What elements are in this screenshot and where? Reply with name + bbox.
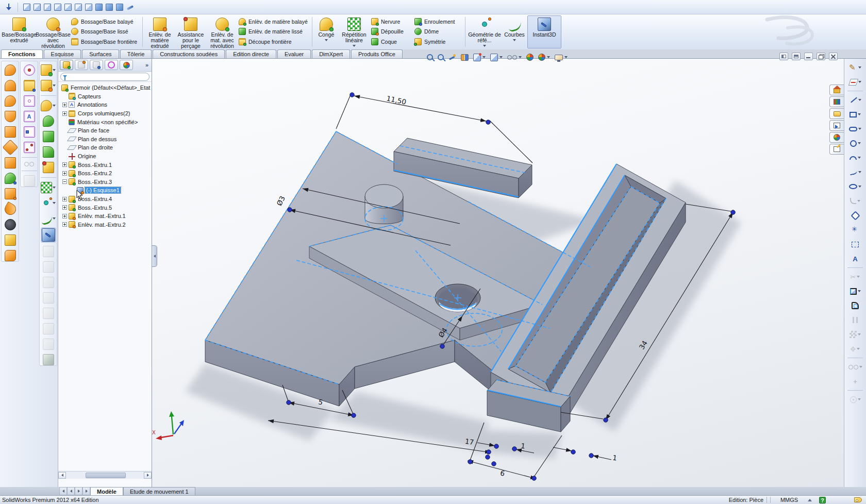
point-tool[interactable] — [852, 224, 859, 236]
hide-show-items-icon[interactable] — [507, 55, 517, 60]
chevron-down-icon[interactable] — [513, 39, 516, 41]
chevron-down-icon[interactable] — [858, 290, 861, 292]
combine-icon[interactable] — [43, 323, 54, 334]
tab-constructions-soudees[interactable]: Constructions soudées — [153, 49, 225, 58]
expand-icon[interactable] — [62, 162, 67, 167]
chevron-down-icon[interactable] — [858, 142, 861, 144]
expand-icon[interactable] — [62, 222, 67, 227]
draft-icon[interactable] — [43, 146, 54, 158]
edit-appearance-icon[interactable] — [526, 54, 534, 61]
balloon-icon[interactable] — [24, 95, 35, 107]
tree-item-plan-de-droite[interactable]: Plan de droite — [59, 143, 152, 152]
filter-input[interactable] — [69, 74, 149, 79]
cube-solid-icon-3[interactable] — [116, 4, 123, 11]
chevron-down-icon[interactable] — [53, 217, 56, 220]
cube-wireframe-icon-4[interactable] — [54, 4, 61, 11]
expand-icon[interactable] — [62, 171, 67, 176]
units-dropdown-icon[interactable] — [808, 499, 812, 501]
reference-geometry-button[interactable]: Géométrie de réfé... — [468, 15, 502, 48]
trim-entities-tool[interactable] — [851, 271, 860, 282]
chevron-down-icon[interactable] — [858, 81, 861, 83]
chevron-down-icon[interactable] — [858, 113, 861, 115]
chevron-down-icon[interactable] — [483, 45, 486, 47]
panel-collapse-handle[interactable] — [152, 245, 157, 267]
datum-target-icon[interactable] — [24, 142, 35, 153]
wrap-icon[interactable] — [43, 277, 54, 288]
chevron-down-icon[interactable] — [53, 69, 56, 71]
help-icon[interactable]: ? — [819, 497, 826, 503]
annotation-view-icon[interactable] — [24, 175, 35, 187]
chevron-down-icon[interactable] — [353, 45, 356, 47]
zoom-to-selection-icon[interactable] — [448, 54, 456, 61]
hide-annotations-icon[interactable] — [24, 162, 34, 166]
lofted-cut-button[interactable]: Enlèv. de matière lissé — [239, 27, 307, 36]
tab-produits-office[interactable]: Produits Office — [351, 49, 403, 58]
quick-snaps-tool[interactable] — [850, 394, 861, 405]
boundary-boss-button[interactable]: Bossage/Base frontière — [71, 37, 137, 46]
spline-tool[interactable] — [850, 166, 861, 178]
insert-arrow-icon[interactable] — [5, 3, 12, 11]
hole-wizard-icon[interactable] — [43, 162, 54, 173]
part-3d-view[interactable]: 11,50 Ø3 Ø4 5 17 1 1 6 34 — [152, 59, 844, 487]
datum-feature-icon[interactable]: A — [24, 111, 35, 122]
chevron-down-icon[interactable] — [53, 105, 56, 107]
planar-surface-icon[interactable] — [5, 157, 16, 169]
sketch-tool[interactable] — [849, 62, 861, 73]
fillet-button[interactable]: Congé — [314, 15, 338, 48]
instant3d-icon[interactable] — [42, 228, 55, 242]
appearance-icon[interactable] — [43, 354, 54, 365]
tree-item-root[interactable]: Fermoir (Défaut<<Défaut>_Etat — [59, 83, 152, 92]
file-explorer-tab[interactable] — [829, 120, 844, 131]
chevron-down-icon[interactable] — [858, 333, 861, 335]
sketch-fillet-tool[interactable] — [850, 195, 860, 207]
boundary-surface-icon[interactable] — [5, 111, 16, 122]
displaymanager-tab[interactable] — [120, 60, 133, 70]
cube-solid-icon-2[interactable] — [106, 4, 113, 11]
previous-tab-button[interactable] — [67, 487, 75, 495]
close-icon[interactable] — [829, 53, 838, 60]
first-tab-button[interactable] — [59, 487, 67, 495]
tree-item-boss-extru-3[interactable]: Boss.-Extru.3 — [59, 178, 152, 187]
graphics-viewport[interactable]: 11,50 Ø3 Ø4 5 17 1 1 6 34 — [152, 59, 844, 487]
lofted-surface-icon[interactable] — [5, 95, 16, 107]
zoom-area-icon[interactable] — [438, 54, 444, 60]
cube-wireframe-icon-5[interactable] — [64, 4, 72, 11]
next-tab-button[interactable] — [75, 487, 82, 495]
split-vertical-button[interactable] — [792, 53, 801, 60]
cube-wireframe-icon-3[interactable] — [44, 4, 51, 11]
tab-surfaces[interactable]: Surfaces — [82, 49, 119, 58]
propertymanager-tab[interactable] — [75, 60, 88, 70]
ruled-surface-icon[interactable] — [5, 250, 16, 261]
tree-item-boss-extru-5[interactable]: Boss.-Extru.5 — [59, 203, 152, 212]
dimension-block-width[interactable]: 6 — [499, 468, 505, 477]
chevron-down-icon[interactable] — [519, 56, 522, 58]
configurationmanager-tab[interactable] — [90, 60, 103, 70]
extruded-boss-tool[interactable] — [41, 64, 56, 76]
chevron-down-icon[interactable] — [482, 56, 486, 58]
arc-tool[interactable] — [850, 152, 861, 163]
chevron-down-icon[interactable] — [857, 276, 860, 278]
draft-button[interactable]: Dépouille — [371, 27, 410, 36]
geometric-tolerance-icon[interactable] — [24, 126, 35, 138]
scroll-left-button[interactable] — [58, 472, 66, 479]
chamfer-icon[interactable] — [43, 115, 54, 127]
home-tab[interactable] — [829, 85, 844, 95]
tab-edition-directe[interactable]: Edition directe — [226, 49, 276, 58]
expand-icon[interactable] — [62, 111, 67, 116]
chevron-down-icon[interactable] — [858, 186, 861, 188]
tree-item-capteurs[interactable]: Capteurs — [59, 92, 152, 101]
convert-entities-tool[interactable] — [850, 285, 861, 297]
dimension-base-length[interactable]: 17 — [464, 437, 474, 446]
cube-solid-icon-1[interactable] — [95, 4, 103, 11]
sensor-icon[interactable] — [24, 64, 35, 76]
panel-horizontal-scrollbar[interactable] — [58, 471, 152, 479]
scroll-right-button[interactable] — [144, 472, 152, 479]
thicken-icon[interactable] — [2, 201, 18, 217]
extruded-cut-tool[interactable] — [41, 80, 56, 91]
tree-item-enlev-mat-extru-1[interactable]: Enlèv. mat.-Extru.1 — [59, 212, 152, 221]
chevron-down-icon[interactable] — [858, 157, 861, 159]
curves-tool[interactable] — [41, 213, 56, 224]
delete-body-icon[interactable] — [43, 339, 54, 350]
tab-dimxpert[interactable]: DimXpert — [312, 49, 350, 58]
chevron-down-icon[interactable] — [53, 85, 56, 87]
